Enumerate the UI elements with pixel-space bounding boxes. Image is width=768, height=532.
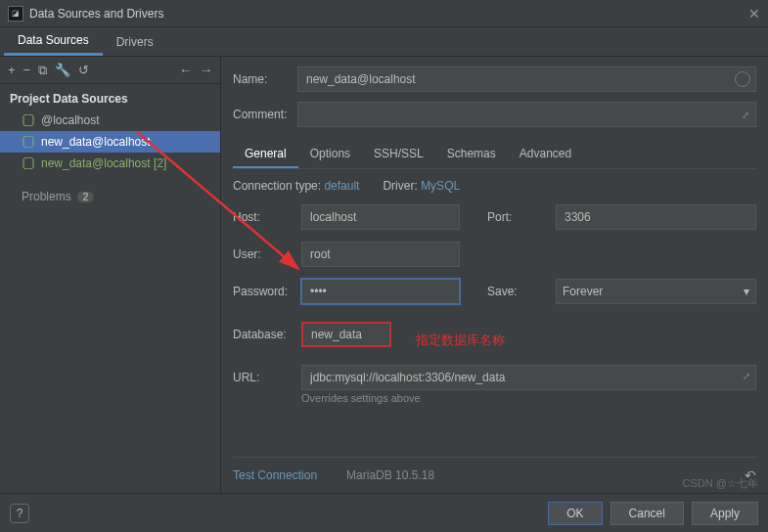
problems-count-badge: 2 bbox=[77, 192, 95, 202]
window-title: Data Sources and Drivers bbox=[29, 7, 748, 21]
port-label: Port: bbox=[487, 210, 556, 224]
driver-version: MariaDB 10.5.18 bbox=[346, 468, 434, 482]
left-panel: + − ⧉ 🔧 ↺ ← → Project Data Sources @loca… bbox=[0, 57, 221, 493]
host-label: Host: bbox=[233, 210, 301, 224]
apply-button[interactable]: Apply bbox=[692, 502, 758, 525]
main-tabs: Data Sources Drivers bbox=[0, 27, 768, 57]
driver-link[interactable]: MySQL bbox=[421, 179, 460, 193]
test-connection-link[interactable]: Test Connection bbox=[233, 468, 317, 482]
tab-drivers[interactable]: Drivers bbox=[103, 27, 167, 56]
add-icon[interactable]: + bbox=[8, 63, 16, 77]
driver-label: Driver: bbox=[383, 179, 417, 193]
problems-row[interactable]: Problems 2 bbox=[0, 174, 220, 207]
comment-label: Comment: bbox=[233, 108, 297, 121]
data-source-label: new_data@localhost [2] bbox=[41, 156, 166, 170]
password-input[interactable] bbox=[301, 279, 460, 304]
data-source-tree: @localhost new_data@localhost new_data@l… bbox=[0, 110, 220, 174]
url-label: URL: bbox=[233, 371, 301, 384]
datasource-icon bbox=[22, 114, 35, 126]
app-logo-icon: ◪ bbox=[8, 6, 23, 22]
footer-row-1: Test Connection MariaDB 10.5.18 ↶ bbox=[233, 457, 756, 493]
data-source-label: new_data@localhost bbox=[41, 135, 151, 149]
color-picker-icon[interactable] bbox=[735, 71, 750, 87]
datasource-icon bbox=[22, 136, 35, 148]
user-input[interactable] bbox=[301, 242, 460, 267]
database-label: Database: bbox=[233, 328, 301, 341]
tab-general[interactable]: General bbox=[233, 141, 298, 168]
chevron-down-icon: ▾ bbox=[744, 285, 749, 298]
datasource-icon bbox=[22, 157, 35, 169]
close-icon[interactable]: ✕ bbox=[748, 6, 760, 22]
port-input[interactable] bbox=[556, 204, 756, 230]
override-note: Overrides settings above bbox=[301, 392, 756, 404]
expand-icon[interactable]: ⤢ bbox=[742, 110, 749, 120]
annotation-text: 指定数据库名称 bbox=[416, 332, 505, 349]
save-label: Save: bbox=[487, 285, 556, 298]
save-value: Forever bbox=[563, 285, 603, 298]
data-source-label: @localhost bbox=[41, 113, 100, 127]
left-toolbar: + − ⧉ 🔧 ↺ ← → bbox=[0, 57, 220, 84]
user-label: User: bbox=[233, 247, 301, 261]
dialog-buttons: ? OK Cancel Apply bbox=[0, 493, 768, 532]
name-input[interactable] bbox=[297, 66, 756, 92]
connection-type-label: Connection type: bbox=[233, 179, 321, 193]
watermark: CSDN @☆七年 bbox=[683, 476, 758, 491]
tab-sshssl[interactable]: SSH/SSL bbox=[362, 141, 435, 168]
cancel-button[interactable]: Cancel bbox=[610, 502, 684, 525]
reset-icon[interactable]: ↺ bbox=[78, 63, 89, 77]
ok-button[interactable]: OK bbox=[548, 502, 602, 525]
database-input[interactable] bbox=[301, 322, 391, 347]
back-icon[interactable]: ← bbox=[179, 63, 192, 77]
problems-label: Problems bbox=[22, 190, 71, 203]
connection-type-link[interactable]: default bbox=[324, 179, 359, 193]
host-input[interactable] bbox=[301, 204, 460, 230]
tab-schemas[interactable]: Schemas bbox=[435, 141, 508, 168]
name-label: Name: bbox=[233, 72, 297, 86]
help-button[interactable]: ? bbox=[10, 504, 29, 523]
data-source-item[interactable]: new_data@localhost bbox=[0, 131, 220, 153]
expand-icon[interactable]: ⤢ bbox=[743, 371, 750, 381]
titlebar: ◪ Data Sources and Drivers ✕ bbox=[0, 0, 768, 27]
forward-icon[interactable]: → bbox=[200, 63, 212, 77]
tab-data-sources[interactable]: Data Sources bbox=[4, 27, 103, 56]
remove-icon[interactable]: − bbox=[23, 63, 31, 77]
tab-advanced[interactable]: Advanced bbox=[508, 141, 583, 168]
general-panel: Connection type: default Driver: MySQL H… bbox=[221, 169, 768, 457]
comment-input[interactable]: ⤢ bbox=[297, 102, 756, 127]
data-source-item[interactable]: new_data@localhost [2] bbox=[0, 153, 220, 174]
password-label: Password: bbox=[233, 285, 301, 298]
url-input[interactable] bbox=[301, 365, 756, 390]
tab-options[interactable]: Options bbox=[298, 141, 362, 168]
data-source-item[interactable]: @localhost bbox=[0, 110, 220, 131]
right-panel: Name: Comment: ⤢ General Options SSH/SSL… bbox=[221, 57, 768, 493]
wrench-icon[interactable]: 🔧 bbox=[55, 63, 70, 77]
project-data-sources-title: Project Data Sources bbox=[0, 84, 220, 110]
inner-tabs: General Options SSH/SSL Schemas Advanced bbox=[233, 141, 756, 169]
copy-icon[interactable]: ⧉ bbox=[38, 63, 47, 78]
save-select[interactable]: Forever ▾ bbox=[556, 279, 756, 304]
